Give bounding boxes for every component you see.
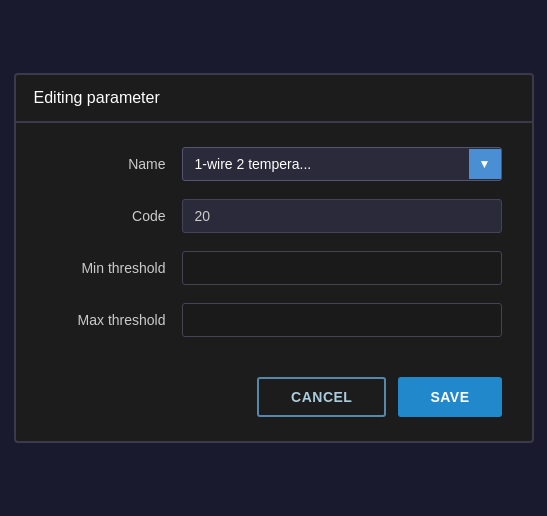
code-row: Code	[46, 199, 502, 233]
editing-parameter-dialog: Editing parameter Name 1-wire 2 tempera.…	[14, 73, 534, 443]
cancel-button[interactable]: CANCEL	[257, 377, 386, 417]
max-threshold-input[interactable]	[182, 303, 502, 337]
dialog-title-bar: Editing parameter	[16, 75, 532, 123]
name-row: Name 1-wire 2 tempera... ▼	[46, 147, 502, 181]
max-threshold-label: Max threshold	[46, 312, 166, 328]
dropdown-arrow-icon[interactable]: ▼	[469, 149, 501, 179]
min-threshold-input[interactable]	[182, 251, 502, 285]
dialog-body: Name 1-wire 2 tempera... ▼ Code Min thre…	[16, 123, 532, 361]
name-dropdown[interactable]: 1-wire 2 tempera... ▼	[182, 147, 502, 181]
min-threshold-label: Min threshold	[46, 260, 166, 276]
code-input[interactable]	[182, 199, 502, 233]
name-dropdown-value: 1-wire 2 tempera...	[183, 148, 469, 180]
dialog-title: Editing parameter	[34, 89, 514, 107]
save-button[interactable]: SAVE	[398, 377, 501, 417]
code-label: Code	[46, 208, 166, 224]
dialog-footer: CANCEL SAVE	[16, 361, 532, 441]
name-label: Name	[46, 156, 166, 172]
min-threshold-row: Min threshold	[46, 251, 502, 285]
max-threshold-row: Max threshold	[46, 303, 502, 337]
